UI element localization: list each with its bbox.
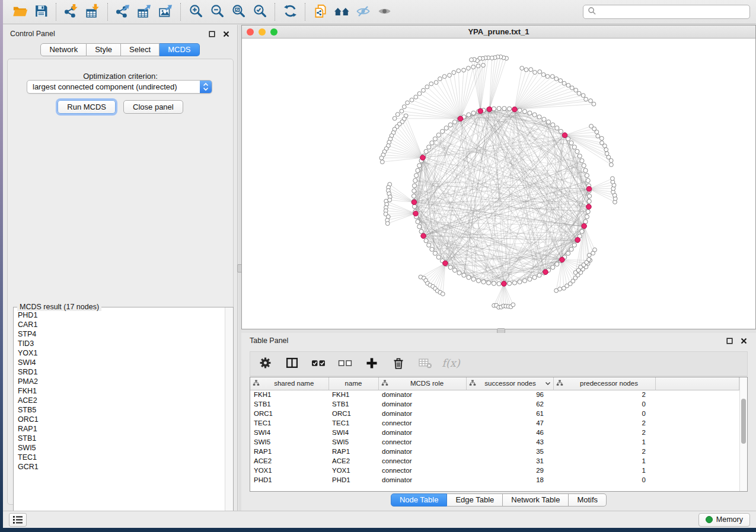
- export-network-button[interactable]: [112, 2, 133, 22]
- table-row[interactable]: YOX1YOX1connector291: [250, 466, 739, 475]
- ring-node[interactable]: [555, 262, 559, 266]
- ring-node[interactable]: [452, 120, 457, 124]
- ring-node[interactable]: [416, 168, 420, 172]
- ring-node[interactable]: [551, 265, 555, 270]
- leaf-node[interactable]: [422, 88, 426, 92]
- cell-predecessor-nodes[interactable]: 0: [553, 475, 655, 485]
- result-node[interactable]: YOX1: [18, 348, 225, 358]
- tab-network[interactable]: Network: [40, 43, 87, 56]
- cell-name[interactable]: SWI4: [328, 428, 378, 437]
- mcds-hub-node[interactable]: [421, 233, 426, 239]
- result-node[interactable]: SWI5: [18, 443, 225, 453]
- table-row[interactable]: SWI5SWI5connector431: [250, 437, 739, 447]
- result-node[interactable]: STB5: [18, 405, 225, 415]
- ring-node[interactable]: [528, 277, 532, 281]
- leaf-node[interactable]: [600, 141, 604, 145]
- cell-name[interactable]: RAP1: [328, 447, 378, 456]
- leaf-node[interactable]: [462, 68, 466, 72]
- cell-successor-nodes[interactable]: 61: [466, 409, 553, 418]
- ring-node[interactable]: [497, 107, 501, 111]
- leaf-node[interactable]: [529, 68, 533, 72]
- ring-node[interactable]: [413, 178, 417, 182]
- cell-shared-name[interactable]: FKH1: [250, 390, 328, 399]
- ring-node[interactable]: [555, 126, 559, 130]
- cell-shared-name[interactable]: STB1: [250, 399, 328, 409]
- table-row[interactable]: ACE2ACE2connector311: [250, 456, 739, 466]
- cell-MCDS-role[interactable]: dominator: [378, 409, 466, 418]
- cell-name[interactable]: ORC1: [328, 409, 378, 418]
- leaf-node[interactable]: [574, 88, 578, 92]
- leaf-node[interactable]: [395, 113, 400, 117]
- leaf-node[interactable]: [584, 97, 588, 101]
- leaf-node[interactable]: [400, 109, 404, 113]
- tab-network-table[interactable]: Network Table: [503, 493, 569, 507]
- network-canvas[interactable]: [242, 39, 755, 329]
- task-history-button[interactable]: [9, 513, 27, 527]
- leaf-node[interactable]: [592, 102, 596, 106]
- export-image-button[interactable]: [155, 2, 176, 22]
- leaf-node[interactable]: [587, 258, 591, 262]
- ring-node[interactable]: [412, 184, 416, 188]
- ring-node[interactable]: [424, 149, 428, 153]
- select-all-button[interactable]: [310, 355, 327, 373]
- mcds-hub-node[interactable]: [420, 155, 426, 161]
- ring-node[interactable]: [518, 280, 522, 284]
- scrollbar-thumb[interactable]: [741, 399, 746, 444]
- result-node[interactable]: ACE2: [18, 396, 225, 405]
- leaf-node[interactable]: [610, 163, 614, 167]
- ring-node[interactable]: [452, 268, 457, 273]
- ring-node[interactable]: [582, 164, 586, 168]
- leaf-node[interactable]: [581, 94, 585, 98]
- ring-node[interactable]: [430, 247, 434, 251]
- ring-node[interactable]: [467, 113, 471, 117]
- ring-node[interactable]: [467, 275, 471, 280]
- result-node[interactable]: TEC1: [18, 453, 225, 462]
- cell-successor-nodes[interactable]: 43: [466, 437, 553, 447]
- cell-shared-name[interactable]: RAP1: [250, 447, 328, 456]
- leaf-node[interactable]: [558, 287, 562, 291]
- ring-node[interactable]: [412, 189, 416, 193]
- cell-successor-nodes[interactable]: 96: [466, 390, 553, 399]
- table-row[interactable]: PHD1PHD1dominator180: [250, 475, 739, 485]
- ring-node[interactable]: [585, 214, 589, 219]
- table-row[interactable]: TEC1TEC1connector472: [250, 418, 739, 428]
- leaf-node[interactable]: [599, 136, 604, 140]
- cell-successor-nodes[interactable]: 18: [466, 475, 553, 485]
- network-titlebar[interactable]: YPA_prune.txt_1: [242, 25, 755, 39]
- ring-node[interactable]: [532, 113, 537, 117]
- ring-node[interactable]: [444, 126, 448, 130]
- leaf-node[interactable]: [380, 160, 384, 164]
- ring-node[interactable]: [492, 107, 496, 111]
- table-row[interactable]: STB1STB1dominator620: [250, 399, 739, 409]
- ring-node[interactable]: [542, 117, 546, 121]
- ring-node[interactable]: [487, 281, 491, 285]
- tab-node-table[interactable]: Node Table: [391, 493, 448, 507]
- mcds-hub-node[interactable]: [412, 200, 417, 205]
- ring-node[interactable]: [569, 247, 573, 251]
- leaf-node[interactable]: [596, 134, 600, 138]
- search-input[interactable]: [599, 8, 745, 16]
- import-table-button[interactable]: [82, 2, 103, 22]
- ring-node[interactable]: [586, 210, 590, 214]
- cell-MCDS-role[interactable]: dominator: [378, 475, 466, 485]
- close-panel-button[interactable]: [739, 336, 748, 345]
- zoom-selected-button[interactable]: [249, 2, 270, 22]
- cell-shared-name[interactable]: SWI4: [250, 428, 328, 437]
- tab-edge-table[interactable]: Edge Table: [447, 493, 503, 507]
- table-scrollbar[interactable]: [739, 377, 747, 491]
- mcds-hub-node[interactable]: [575, 238, 580, 243]
- leaf-node[interactable]: [442, 75, 446, 79]
- ring-node[interactable]: [471, 277, 476, 281]
- leaf-node[interactable]: [441, 292, 445, 296]
- close-panel-button-mcds[interactable]: Close panel: [123, 100, 183, 114]
- ring-node[interactable]: [583, 220, 588, 224]
- mcds-hub-node[interactable]: [443, 261, 448, 266]
- leaf-node[interactable]: [589, 124, 594, 129]
- tab-style[interactable]: Style: [87, 43, 121, 56]
- zoom-out-button[interactable]: [206, 2, 228, 22]
- ring-node[interactable]: [572, 145, 576, 149]
- ring-node[interactable]: [416, 220, 420, 224]
- column-chooser-button[interactable]: [283, 355, 301, 373]
- table-row[interactable]: FKH1FKH1dominator962: [250, 390, 739, 399]
- leaf-node[interactable]: [425, 85, 429, 89]
